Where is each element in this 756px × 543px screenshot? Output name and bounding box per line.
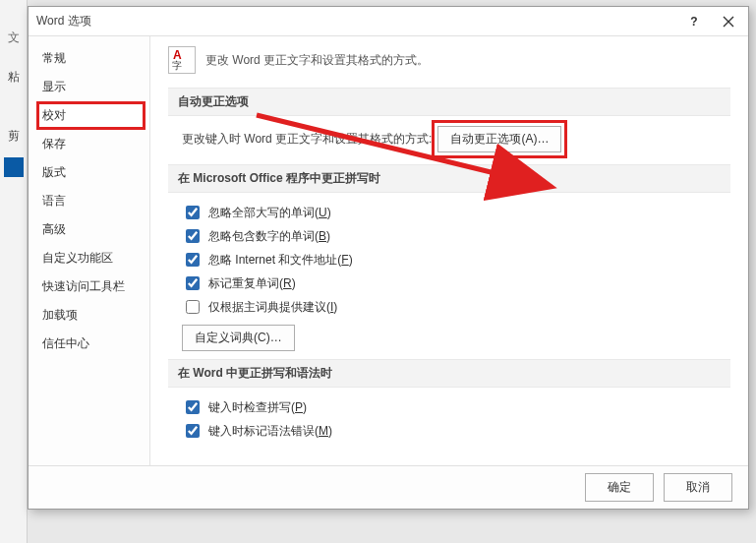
office-spell-row-4: 仅根据主词典提供建议(I)	[182, 297, 730, 317]
office-spell-row-1: 忽略包含数字的单词(B)	[182, 226, 730, 246]
bg-paste-label: 粘	[2, 69, 26, 86]
office-spell-checkbox-4[interactable]	[186, 300, 200, 314]
office-spell-row-3: 标记重复单词(R)	[182, 273, 730, 293]
help-button[interactable]: ?	[679, 7, 709, 36]
sidebar-item-4[interactable]: 版式	[29, 158, 149, 187]
office-spell-checkbox-0[interactable]	[186, 206, 200, 219]
sidebar-item-5[interactable]: 语言	[29, 187, 149, 215]
sidebar-item-9[interactable]: 加载项	[29, 301, 149, 330]
dialog-title: Word 选项	[36, 13, 91, 30]
autocorrect-desc: 更改键入时 Word 更正文字和设置其格式的方式:	[182, 131, 432, 148]
sidebar-item-1[interactable]: 显示	[29, 73, 149, 101]
options-main-panel: 更改 Word 更正文字和设置其格式的方式。 自动更正选项 更改键入时 Word…	[150, 36, 748, 465]
options-sidebar: 常规显示校对保存版式语言高级自定义功能区快速访问工具栏加载项信任中心	[29, 36, 150, 465]
panel-header: 更改 Word 更正文字和设置其格式的方式。	[168, 46, 730, 74]
office-spell-label-0[interactable]: 忽略全部大写的单词(U)	[182, 203, 331, 222]
word-spell-text-1: 键入时标记语法错误(M)	[208, 423, 332, 440]
word-spell-row-1: 键入时标记语法错误(M)	[182, 421, 730, 441]
proofing-icon	[168, 46, 196, 74]
sidebar-item-0[interactable]: 常规	[29, 44, 149, 73]
word-spell-text-0: 键入时检查拼写(P)	[208, 399, 307, 416]
word-spell-row-0: 键入时检查拼写(P)	[182, 397, 730, 417]
autocorrect-options-button[interactable]: 自动更正选项(A)…	[437, 126, 561, 152]
word-spell-checkbox-1[interactable]	[186, 424, 200, 438]
word-spell-checkbox-0[interactable]	[186, 400, 200, 414]
close-button[interactable]	[709, 7, 748, 36]
office-spell-checkbox-2[interactable]	[186, 253, 200, 267]
bg-cut-label: 剪	[2, 128, 26, 145]
office-spell-text-1: 忽略包含数字的单词(B)	[208, 228, 330, 245]
sidebar-item-2[interactable]: 校对	[29, 101, 149, 130]
background-ribbon-left: 文 粘 剪	[0, 0, 28, 543]
office-spell-row-2: 忽略 Internet 和文件地址(F)	[182, 250, 730, 270]
office-spell-label-2[interactable]: 忽略 Internet 和文件地址(F)	[182, 250, 353, 270]
titlebar: Word 选项 ?	[29, 7, 748, 36]
ok-button[interactable]: 确定	[585, 473, 654, 502]
office-spell-checkbox-1[interactable]	[186, 229, 200, 243]
close-icon	[723, 16, 734, 28]
word-spell-label-1[interactable]: 键入时标记语法错误(M)	[182, 421, 332, 441]
panel-header-title: 更改 Word 更正文字和设置其格式的方式。	[205, 52, 429, 69]
office-spell-label-4[interactable]: 仅根据主词典提供建议(I)	[182, 297, 337, 317]
cancel-button[interactable]: 取消	[664, 473, 732, 502]
dialog-content: 常规显示校对保存版式语言高级自定义功能区快速访问工具栏加载项信任中心 更改 Wo…	[29, 36, 748, 465]
section-autocorrect-title: 自动更正选项	[168, 88, 730, 116]
office-spell-checkbox-3[interactable]	[186, 276, 200, 290]
sidebar-item-10[interactable]: 信任中心	[29, 330, 149, 358]
dialog-footer: 确定 取消	[29, 465, 748, 509]
office-spell-text-0: 忽略全部大写的单词(U)	[208, 205, 331, 221]
custom-dictionaries-button[interactable]: 自定义词典(C)…	[182, 325, 295, 351]
sidebar-item-3[interactable]: 保存	[29, 130, 149, 158]
office-spell-text-3: 标记重复单词(R)	[208, 275, 296, 292]
office-spell-text-4: 仅根据主词典提供建议(I)	[208, 299, 337, 316]
save-icon	[4, 157, 24, 177]
office-spell-text-2: 忽略 Internet 和文件地址(F)	[208, 252, 353, 269]
options-dialog: Word 选项 ? 常规显示校对保存版式语言高级自定义功能区快速访问工具栏加载项…	[28, 6, 749, 510]
office-spell-label-3[interactable]: 标记重复单词(R)	[182, 273, 296, 293]
autocorrect-row: 更改键入时 Word 更正文字和设置其格式的方式: 自动更正选项(A)…	[182, 126, 730, 152]
sidebar-item-8[interactable]: 快速访问工具栏	[29, 272, 149, 301]
sidebar-item-7[interactable]: 自定义功能区	[29, 244, 149, 272]
sidebar-item-6[interactable]: 高级	[29, 215, 149, 244]
section-word-spell-title: 在 Word 中更正拼写和语法时	[168, 359, 730, 388]
office-spell-row-0: 忽略全部大写的单词(U)	[182, 203, 730, 222]
section-office-spell-title: 在 Microsoft Office 程序中更正拼写时	[168, 164, 730, 193]
office-spell-label-1[interactable]: 忽略包含数字的单词(B)	[182, 226, 330, 246]
bg-tab-label: 文	[0, 30, 28, 46]
word-spell-label-0[interactable]: 键入时检查拼写(P)	[182, 397, 307, 417]
